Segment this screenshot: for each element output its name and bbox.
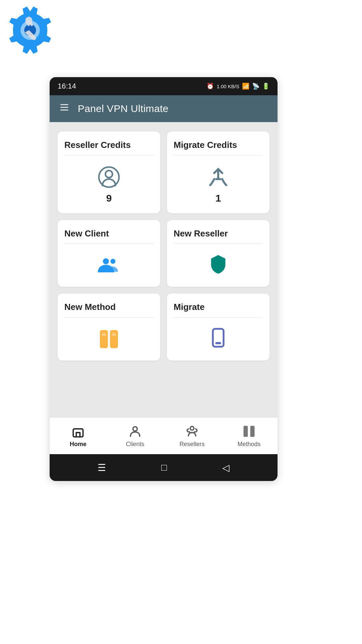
phone-frame: 16:14 ⏰ 1.00 KB/S 📶 📡 🔋 Panel VPN Ultima… xyxy=(50,77,278,481)
card-divider xyxy=(174,244,263,244)
card-migrate[interactable]: Migrate xyxy=(167,293,269,361)
nav-item-resellers[interactable]: Resellers xyxy=(164,421,221,451)
svg-rect-3 xyxy=(60,107,68,108)
svg-rect-12 xyxy=(102,333,106,336)
reseller-credits-count: 9 xyxy=(64,193,154,204)
nav-methods-icon xyxy=(242,424,256,439)
system-back-btn[interactable]: ◁ xyxy=(222,462,230,473)
card-divider xyxy=(174,155,263,156)
method-icon xyxy=(97,327,121,351)
svg-point-17 xyxy=(133,427,137,431)
svg-rect-20 xyxy=(250,426,255,437)
app-title: Panel VPN Ultimate xyxy=(78,103,169,114)
card-new-method-icon-area xyxy=(64,324,154,351)
nav-resellers-label: Resellers xyxy=(179,441,204,448)
svg-rect-19 xyxy=(244,426,248,437)
nav-item-clients[interactable]: Clients xyxy=(107,421,164,451)
card-divider xyxy=(64,317,154,318)
card-new-reseller-title: New Reseller xyxy=(174,228,228,239)
card-reseller-credits-icon-area xyxy=(64,162,154,189)
phone-icon xyxy=(207,327,229,348)
bottom-nav: Home Clients Resellers Methods xyxy=(50,417,278,454)
card-new-client[interactable]: New Client xyxy=(58,220,160,287)
card-divider xyxy=(64,244,154,244)
migrate-arrow-icon xyxy=(206,165,230,189)
app-icon xyxy=(3,3,57,57)
card-migrate-credits[interactable]: Migrate Credits 1 xyxy=(167,131,269,213)
svg-point-8 xyxy=(103,258,109,264)
card-divider xyxy=(174,317,263,318)
status-icons: ⏰ 1.00 KB/S 📶 📡 🔋 xyxy=(206,83,269,90)
card-reseller-credits[interactable]: Reseller Credits 9 xyxy=(58,131,160,213)
svg-point-9 xyxy=(111,259,116,264)
svg-rect-4 xyxy=(60,110,68,111)
nav-clients-icon xyxy=(128,424,142,439)
nav-clients-label: Clients xyxy=(126,441,144,448)
card-migrate-title: Migrate xyxy=(174,302,204,313)
card-migrate-credits-icon-area xyxy=(174,162,263,189)
card-new-method-title: New Method xyxy=(64,302,116,313)
nav-home-label: Home xyxy=(70,441,86,448)
person-circle-icon xyxy=(97,165,121,189)
nav-resellers-icon xyxy=(185,424,199,439)
system-menu-btn[interactable]: ☰ xyxy=(98,462,106,473)
card-new-reseller-icon-area xyxy=(174,250,263,275)
card-new-method[interactable]: New Method xyxy=(58,293,160,361)
app-bar: Panel VPN Ultimate xyxy=(50,95,278,122)
home-icon xyxy=(71,424,85,439)
svg-rect-10 xyxy=(100,330,108,348)
card-migrate-credits-title: Migrate Credits xyxy=(174,140,237,151)
migrate-credits-count: 1 xyxy=(174,193,263,204)
menu-icon[interactable] xyxy=(59,102,70,115)
system-nav: ☰ □ ◁ xyxy=(50,454,278,481)
shield-icon xyxy=(207,253,229,275)
status-bar: 16:14 ⏰ 1.00 KB/S 📶 📡 🔋 xyxy=(50,77,278,95)
card-migrate-icon-area xyxy=(174,324,263,348)
card-new-client-title: New Client xyxy=(64,228,109,239)
svg-point-18 xyxy=(190,426,194,430)
card-reseller-credits-title: Reseller Credits xyxy=(64,140,131,151)
svg-rect-2 xyxy=(60,104,68,105)
svg-rect-13 xyxy=(112,333,116,336)
nav-methods-label: Methods xyxy=(237,441,260,448)
card-divider xyxy=(64,155,154,156)
nav-item-home[interactable]: Home xyxy=(50,421,107,451)
card-new-client-icon-area xyxy=(64,250,154,277)
svg-point-6 xyxy=(106,170,113,177)
cards-grid: Reseller Credits 9 Migrate Credits xyxy=(58,131,269,361)
nav-item-methods[interactable]: Methods xyxy=(221,421,278,451)
system-home-btn[interactable]: □ xyxy=(161,462,167,473)
status-time: 16:14 xyxy=(58,82,76,91)
main-content: Reseller Credits 9 Migrate Credits xyxy=(50,122,278,417)
card-new-reseller[interactable]: New Reseller xyxy=(167,220,269,287)
clients-icon xyxy=(97,253,121,277)
svg-rect-11 xyxy=(110,330,118,348)
